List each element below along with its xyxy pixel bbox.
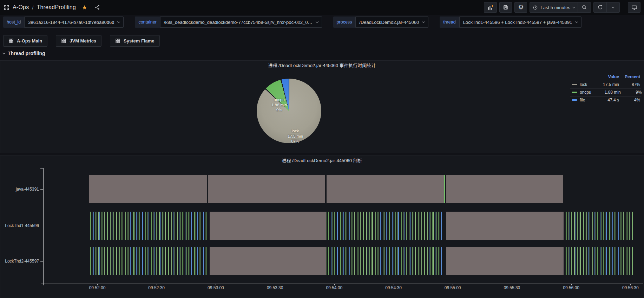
chevron-down-icon: [572, 5, 575, 8]
variable-process: process /DeadLockDemo2.jar-445060: [333, 16, 429, 28]
link-system-flame[interactable]: System Flame: [110, 35, 159, 47]
timeline-segment-events: [327, 212, 444, 240]
panel-title[interactable]: 进程 /DeadLockDemo2.jar-445060 事件执行时间统计: [0, 62, 644, 69]
dashboard-settings-button[interactable]: ⚙: [514, 2, 527, 13]
legend-series-label[interactable]: lock: [572, 82, 590, 87]
timeline-segment-lock: [210, 212, 326, 240]
dashboard-links: A-Ops Main JVM Metrics System Flame: [3, 35, 160, 47]
link-aops-main[interactable]: A-Ops Main: [3, 35, 47, 47]
timeline-segment-lock: [210, 247, 326, 275]
x-axis-label: 09:56:00: [563, 285, 579, 290]
variable-value-dropdown[interactable]: /DeadLockDemo2.jar-445060: [355, 16, 428, 28]
legend-percent: 9%: [621, 90, 642, 95]
legend-value: 17.5 min: [590, 82, 619, 87]
timeline-plot: 09:52:0009:52:3009:53:0009:53:3009:54:00…: [0, 156, 644, 298]
clock-icon: [533, 5, 538, 10]
save-dashboard-button[interactable]: [499, 2, 512, 13]
legend-percent: 4%: [619, 98, 640, 102]
gear-icon: ⚙: [518, 4, 524, 11]
zoom-out-icon: [581, 5, 587, 10]
breadcrumb: A-Ops / ThreadProfiling ★: [4, 4, 100, 11]
time-controls: Last 5 minutes: [530, 2, 591, 13]
chevron-down-icon: [117, 20, 120, 23]
timeline-segment-events: [565, 212, 635, 240]
refresh-interval-dropdown[interactable]: [607, 2, 619, 12]
share-icon[interactable]: [94, 5, 100, 10]
y-axis-tick: [40, 226, 43, 226]
x-axis-label: 09:53:00: [208, 285, 224, 290]
apps-grid-icon: [8, 38, 14, 44]
legend-value: 47.4 s: [590, 98, 619, 102]
chevron-down-icon: [315, 20, 318, 23]
cycle-view-button[interactable]: [628, 2, 640, 13]
bar-chart-plus-icon: [487, 4, 494, 11]
row-thread-profiling[interactable]: Thread profiling: [3, 51, 45, 56]
chevron-down-icon: [2, 51, 5, 54]
variable-value-dropdown[interactable]: /k8s_deadlockdemo_deadlockdemo-77ccb754b…: [160, 16, 322, 28]
legend-series-label[interactable]: oncpu: [572, 90, 591, 95]
x-axis-label: 09:55:30: [504, 285, 520, 290]
timeline-segment-lock: [446, 175, 563, 203]
chevron-down-icon: [612, 5, 615, 8]
legend-swatch: [572, 92, 577, 93]
refresh-icon: [597, 5, 603, 10]
variable-value-dropdown[interactable]: LockThd1-445596 + LockThd2-445597 + java…: [459, 16, 582, 28]
timeline-segment-events: [89, 247, 208, 275]
timeline-segment-oncpu: [444, 175, 445, 203]
variable-thread: thread LockThd1-445596 + LockThd2-445597…: [440, 16, 581, 28]
top-nav: A-Ops / ThreadProfiling ★: [0, 0, 644, 15]
timeline-segment-lock: [446, 212, 564, 240]
y-axis-label-java-445391: java-445391: [0, 187, 39, 192]
legend-header-row: ValuePercent: [570, 73, 641, 81]
panel-thread-timeline: 进程 /DeadLockDemo2.jar-445060 剖析 09:52:00…: [0, 155, 644, 298]
template-variables: host_id 3e61a216-1844-4176-b7a0-1df7eba8…: [3, 16, 641, 28]
timeline-segment-lock: [327, 175, 444, 203]
variable-label: process: [333, 16, 356, 28]
time-range-label: Last 5 minutes: [540, 5, 570, 10]
refresh-controls: [593, 2, 620, 13]
breadcrumb-page[interactable]: ThreadProfiling: [37, 4, 76, 11]
legend-row-lock: lock17.5 min87%: [570, 81, 641, 88]
y-axis-label-LockThd2-445597: LockThd2-445597: [0, 259, 39, 264]
grafana-dashboard: A-Ops / ThreadProfiling ★: [0, 0, 644, 298]
apps-grid-icon[interactable]: [4, 5, 9, 11]
link-label: System Flame: [124, 38, 154, 44]
timeline-segment-lock: [89, 175, 206, 203]
x-axis-label: 09:53:30: [267, 285, 283, 290]
legend-percent: 87%: [619, 82, 640, 87]
link-label: JVM Metrics: [70, 38, 96, 44]
breadcrumb-app[interactable]: A-Ops: [13, 4, 29, 11]
x-axis-label: 09:54:30: [385, 285, 402, 290]
zoom-out-button[interactable]: [578, 2, 591, 12]
pie-slice-label-lock: lock17.5 min87%: [288, 128, 303, 144]
save-icon: [503, 5, 508, 10]
legend-header-percent: Percent: [619, 74, 640, 79]
favorite-star-icon[interactable]: ★: [82, 4, 87, 11]
legend-swatch: [572, 84, 577, 85]
add-panel-button[interactable]: [484, 2, 497, 13]
apps-grid-icon: [115, 38, 120, 44]
x-axis-label: 09:52:00: [89, 285, 106, 290]
legend-row-oncpu: oncpu1.88 min9%: [570, 88, 641, 96]
x-axis-line: [41, 284, 643, 284]
y-axis-label-LockThd1-445596: LockThd1-445596: [0, 223, 39, 228]
timeline-segment-lock: [208, 175, 325, 203]
x-axis-label: 09:55:00: [445, 285, 461, 290]
link-label: A-Ops Main: [17, 38, 42, 44]
timeline-segment-events: [327, 247, 444, 275]
panel-event-time-pie: 进程 /DeadLockDemo2.jar-445060 事件执行时间统计 lo…: [0, 60, 644, 153]
refresh-button[interactable]: [594, 2, 606, 12]
link-jvm-metrics[interactable]: JVM Metrics: [56, 35, 101, 47]
x-axis-label: 09:56:30: [622, 285, 639, 290]
x-axis-label: 09:52:30: [148, 285, 165, 290]
apps-grid-icon: [61, 38, 66, 44]
variable-label: container: [135, 16, 160, 28]
variable-value-dropdown[interactable]: 3e61a216-1844-4176-b7a0-1df7eba80d6d: [24, 16, 124, 28]
variable-value: 3e61a216-1844-4176-b7a0-1df7eba80d6d: [28, 20, 114, 25]
y-axis-cap-tick: [40, 168, 43, 168]
y-axis-line: [43, 168, 44, 285]
legend-series-label[interactable]: file: [572, 98, 590, 102]
x-axis-label: 09:54:00: [326, 285, 342, 290]
nav-actions: ⚙ Last 5 minutes: [484, 2, 640, 13]
time-range-picker[interactable]: Last 5 minutes: [530, 2, 578, 12]
